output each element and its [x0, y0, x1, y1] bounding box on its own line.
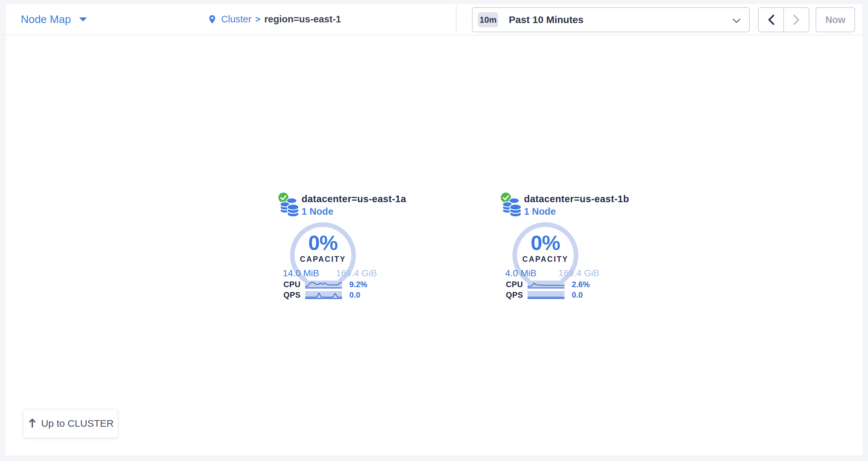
- up-to-cluster-button[interactable]: Up to CLUSTER: [23, 409, 118, 438]
- qps-sparkline: [305, 291, 342, 299]
- datacenter-node-count: 1 Node: [524, 206, 556, 217]
- cpu-label: CPU: [506, 280, 523, 289]
- now-button[interactable]: Now: [816, 7, 855, 32]
- capacity-caption: CAPACITY: [511, 256, 580, 263]
- chevron-down-icon: [733, 19, 741, 23]
- node-map-page: Node Map Cluster > region=us-east-1 10m …: [0, 0, 868, 461]
- cpu-value: 2.6%: [572, 280, 590, 289]
- capacity-gauge: 0% CAPACITY: [511, 221, 580, 290]
- cpu-sparkline: [305, 281, 342, 289]
- capacity-percent: 0%: [511, 232, 580, 253]
- datacenter-title: datacenter=us-east-1b: [524, 194, 629, 204]
- time-range-dropdown[interactable]: 10m Past 10 Minutes: [472, 7, 750, 32]
- breadcrumb-cluster-link[interactable]: Cluster: [221, 14, 251, 25]
- cpu-sparkline: [528, 281, 564, 289]
- topbar-divider: [456, 5, 457, 34]
- time-nav-group: [758, 7, 809, 32]
- capacity-gauge: 0% CAPACITY: [288, 221, 358, 290]
- breadcrumb-separator: >: [255, 14, 260, 24]
- capacity-used: 4.0 MiB: [505, 268, 536, 278]
- datacenter-title: datacenter=us-east-1a: [302, 194, 406, 204]
- qps-value: 0.0: [572, 290, 583, 300]
- node-map-canvas: datacenter=us-east-1a 1 Node 0% CAPACITY…: [6, 35, 862, 455]
- time-back-button[interactable]: [758, 8, 783, 32]
- qps-sparkline: [528, 291, 564, 299]
- capacity-total: 169.4 GiB: [558, 268, 599, 278]
- cpu-metric-row: CPU 9.2%: [283, 280, 385, 289]
- qps-metric-row: QPS 0.0: [506, 290, 608, 300]
- datacenter-card-us-east-1b[interactable]: datacenter=us-east-1b 1 Node 0% CAPACITY…: [499, 191, 618, 305]
- database-stack-icon: [502, 198, 523, 217]
- capacity-total: 169.4 GiB: [336, 268, 377, 278]
- view-selector[interactable]: Node Map: [21, 4, 87, 35]
- chevron-left-icon: [767, 14, 775, 25]
- cpu-label: CPU: [283, 280, 301, 289]
- arrow-up-icon: [27, 418, 37, 429]
- breadcrumb: Cluster > region=us-east-1: [207, 4, 341, 35]
- datacenter-node-count: 1 Node: [302, 206, 334, 217]
- map-pin-icon: [207, 14, 217, 25]
- breadcrumb-current: region=us-east-1: [264, 14, 341, 25]
- capacity-caption: CAPACITY: [288, 256, 358, 263]
- capacity-percent: 0%: [288, 232, 358, 253]
- time-range-label: Past 10 Minutes: [509, 14, 584, 25]
- qps-label: QPS: [506, 290, 523, 300]
- up-to-cluster-label: Up to CLUSTER: [41, 418, 114, 429]
- qps-label: QPS: [283, 290, 301, 300]
- caret-down-icon: [79, 17, 87, 22]
- capacity-values: 4.0 MiB 169.4 GiB: [505, 268, 599, 278]
- cpu-metric-row: CPU 2.6%: [506, 280, 608, 289]
- capacity-used: 14.0 MiB: [283, 268, 319, 278]
- cpu-value: 9.2%: [349, 280, 367, 289]
- datacenter-card-us-east-1a[interactable]: datacenter=us-east-1a 1 Node 0% CAPACITY…: [277, 191, 396, 305]
- capacity-values: 14.0 MiB 169.4 GiB: [283, 268, 377, 278]
- view-selector-label: Node Map: [21, 13, 71, 26]
- qps-metric-row: QPS 0.0: [283, 290, 385, 300]
- time-forward-button[interactable]: [783, 8, 809, 32]
- chevron-right-icon: [792, 14, 801, 25]
- qps-value: 0.0: [349, 290, 360, 300]
- time-range-badge: 10m: [478, 12, 498, 27]
- topbar: Node Map Cluster > region=us-east-1 10m …: [6, 4, 862, 35]
- database-stack-icon: [279, 198, 301, 217]
